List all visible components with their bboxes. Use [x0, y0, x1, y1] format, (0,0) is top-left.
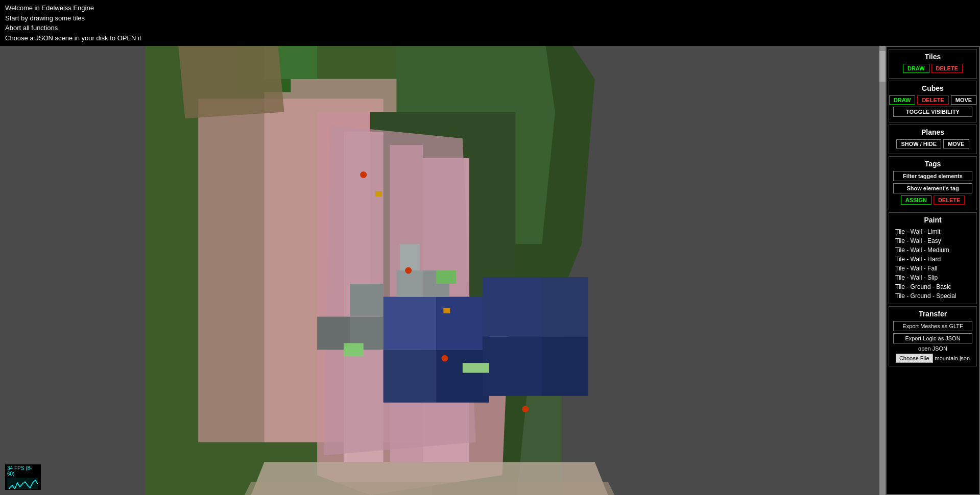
svg-rect-31 [344, 343, 364, 356]
paint-list-item[interactable]: Tile - Wall - Slip [893, 273, 972, 282]
tiles-btn-row: DRAW DELETE [893, 64, 972, 73]
svg-rect-24 [483, 336, 542, 395]
svg-rect-28 [396, 270, 423, 297]
svg-rect-26 [542, 336, 588, 395]
cubes-delete-button[interactable]: DELETE [917, 95, 948, 105]
info-line-2: Start by drawing some tiles [5, 13, 975, 23]
planes-title: Planes [893, 128, 972, 136]
main-area: 34 FPS (8-60) Tiles DRAW DELETE Cubes [0, 46, 980, 495]
svg-rect-38 [375, 191, 382, 196]
info-line-3: Abort all functions [5, 23, 975, 33]
cubes-title: Cubes [893, 84, 972, 92]
tiles-draw-button[interactable]: DRAW [903, 64, 929, 73]
fps-counter: 34 FPS (8-60) [5, 464, 41, 490]
viewport-scrollbar[interactable] [879, 46, 886, 495]
svg-marker-45 [178, 46, 284, 118]
right-panel: Tiles DRAW DELETE Cubes DRAW DELETE MOVE… [886, 46, 980, 495]
paint-list-item[interactable]: Tile - Wall - Hard [893, 255, 972, 264]
svg-rect-32 [436, 270, 456, 284]
tiles-section: Tiles DRAW DELETE [889, 49, 977, 79]
choose-file-button[interactable]: Choose File [896, 354, 933, 363]
fps-label: 34 FPS (8-60) [7, 465, 39, 477]
open-json-row: Choose File mountain.json [893, 354, 972, 363]
paint-list-item[interactable]: Tile - Ground - Special [893, 291, 972, 301]
cubes-section: Cubes DRAW DELETE MOVE TOGGLE VISIBILITY [889, 81, 977, 122]
transfer-title: Transfer [893, 310, 972, 318]
paint-title: Paint [893, 216, 972, 224]
svg-marker-41 [238, 482, 622, 495]
tags-section: Tags Filter tagged elements Show element… [889, 156, 977, 210]
tiles-delete-button[interactable]: DELETE [931, 64, 963, 73]
svg-rect-15 [384, 350, 437, 403]
file-name: mountain.json [935, 355, 970, 361]
viewport[interactable]: 34 FPS (8-60) [0, 46, 886, 495]
svg-marker-19 [384, 297, 437, 350]
svg-rect-39 [443, 308, 450, 313]
tags-filter-row: Filter tagged elements [893, 171, 972, 181]
planes-section: Planes SHOW / HIDE MOVE [889, 125, 977, 154]
svg-point-36 [441, 355, 448, 362]
cubes-btn-row: DRAW DELETE MOVE [893, 95, 972, 105]
tags-title: Tags [893, 160, 972, 168]
cubes-move-button[interactable]: MOVE [951, 95, 976, 105]
tags-filter-button[interactable]: Filter tagged elements [893, 171, 972, 181]
transfer-section: Transfer Export Meshes as GLTF Export Lo… [889, 306, 977, 366]
svg-rect-27 [542, 277, 588, 336]
paint-list-item[interactable]: Tile - Wall - Easy [893, 236, 972, 245]
fps-graph [7, 478, 38, 489]
paint-list[interactable]: Tile - Wall - LimitTile - Wall - EasyTil… [893, 227, 972, 301]
paint-list-item[interactable]: Tile - Wall - Limit [893, 227, 972, 236]
tags-show-button[interactable]: Show element's tag [893, 183, 972, 193]
planes-btn-row: SHOW / HIDE MOVE [893, 139, 972, 148]
cubes-toggle-row: TOGGLE VISIBILITY [893, 107, 972, 117]
paint-section: Paint Tile - Wall - LimitTile - Wall - E… [889, 212, 977, 304]
svg-point-37 [522, 406, 529, 412]
svg-point-34 [360, 171, 367, 178]
info-line-1: Welcome in Edelweiss Engine [5, 3, 975, 13]
tiles-title: Tiles [893, 53, 972, 61]
scene-svg [0, 46, 886, 495]
cubes-toggle-visibility-button[interactable]: TOGGLE VISIBILITY [893, 107, 972, 117]
paint-list-item[interactable]: Tile - Ground - Basic [893, 282, 972, 291]
export-meshes-gltf-button[interactable]: Export Meshes as GLTF [893, 321, 972, 331]
tags-delete-button[interactable]: DELETE [934, 195, 965, 205]
svg-rect-33 [463, 363, 489, 373]
svg-rect-29 [400, 244, 420, 270]
tags-show-row: Show element's tag [893, 183, 972, 193]
planes-move-button[interactable]: MOVE [943, 139, 969, 148]
tags-action-row: ASSIGN DELETE [893, 195, 972, 205]
svg-point-35 [405, 267, 412, 274]
paint-list-item[interactable]: Tile - Wall - Medium [893, 245, 972, 255]
paint-list-item[interactable]: Tile - Wall - Fall [893, 264, 972, 273]
svg-marker-20 [436, 297, 489, 350]
svg-marker-3 [562, 46, 886, 495]
svg-rect-25 [483, 277, 542, 336]
info-bar: Welcome in Edelweiss Engine Start by dra… [0, 0, 980, 46]
cubes-draw-button[interactable]: DRAW [889, 95, 916, 105]
tags-assign-button[interactable]: ASSIGN [901, 195, 931, 205]
export-logic-json-button[interactable]: Export Logic as JSON [893, 333, 972, 343]
info-line-4: Choose a JSON scene in your disk to OPEN… [5, 33, 975, 43]
svg-rect-46 [7, 478, 38, 489]
planes-show-hide-button[interactable]: SHOW / HIDE [896, 139, 941, 148]
svg-rect-22 [350, 284, 384, 317]
viewport-scrollbar-thumb[interactable] [879, 51, 886, 82]
open-json-label: open JSON [893, 345, 972, 352]
